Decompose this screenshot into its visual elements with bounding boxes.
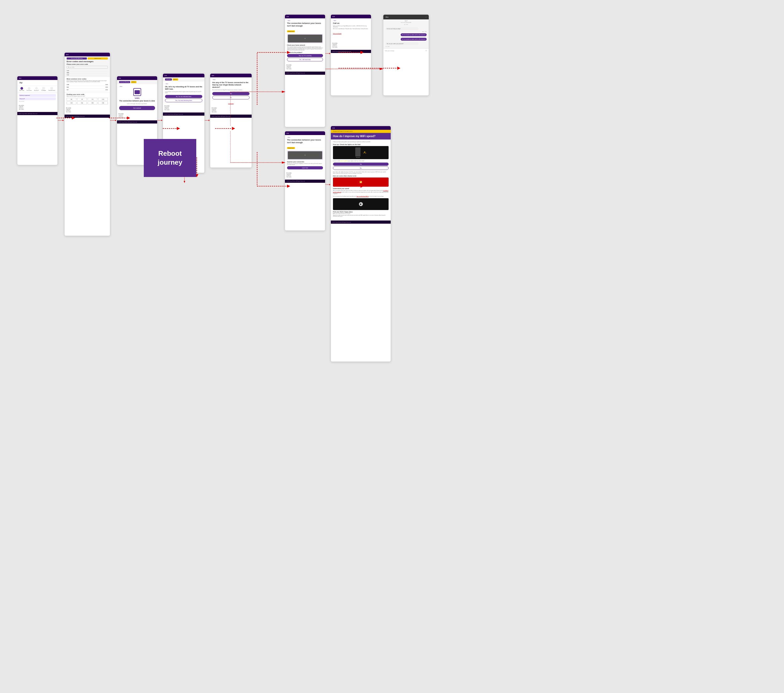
chat-status: You are now chatting with Alex (383, 21, 429, 24)
conn2-router-img: ⊡ (287, 151, 323, 160)
tv-screen-header: ⊞ ⊕ (17, 76, 58, 80)
arrow-conn1-to-call (326, 51, 330, 52)
connection-slow-2-screen: ⊞ ⊕ < Back The connection between your b… (285, 131, 325, 231)
svg-marker-20 (282, 91, 285, 93)
understand-speed-title: Understand your speed (333, 188, 389, 189)
error-screen-footer: ©2020 Virgin Media. All Rights Reserved. (64, 115, 110, 118)
common-errors-desc: Choose from our most common error codes … (67, 80, 108, 82)
error-table: V400C350 W02C355 S07C265 (67, 84, 108, 91)
conn1-no-button[interactable]: No, I still need help (287, 57, 323, 61)
svg-marker-13 (63, 120, 64, 121)
tv-screen-title: TV (17, 80, 58, 86)
call-title: Call us (333, 22, 369, 25)
wifi-yellow-banner: Recognise this? Today's TV is brought to… (331, 130, 391, 133)
wifi-hub-desc: Is there a solid white or yellow power l… (333, 160, 389, 161)
svg-marker-15 (115, 120, 116, 121)
conn1-footer-links: Accessibility Legal stuff Contact us Sit… (285, 64, 325, 71)
error-search-box[interactable]: 🔍 e.g. V401 (67, 66, 108, 69)
setup-tv-item[interactable]: Set up my TV (34, 87, 39, 91)
reboot-desc: It sounds basic, but turning them off an… (165, 91, 202, 94)
v401-header: ⊞ ⊕ (117, 76, 157, 80)
conn1-screen-footer: ©2020 Virgin Media. All Rights Reserved. (285, 72, 325, 75)
hub-video-thumb[interactable]: ▶ (333, 198, 389, 210)
network-title: Are any of the TV boxes connected to the… (212, 81, 250, 89)
v401-screen-footer: ©2020 Virgin Media. All Rights Reserved. (117, 120, 157, 123)
tried-rebooting-button[interactable]: Yes, I've tried rebooting them (165, 99, 202, 102)
call-header: ⊞ ⊕ (331, 15, 371, 18)
network-header: ⊞ ⊕ (210, 74, 252, 77)
error-header: ⊞ ⊕ (64, 53, 110, 56)
fix-tv-item[interactable]: Fix a TV issue (26, 87, 31, 91)
conn2-section-desc: Because your TV boxes are struggling to … (287, 163, 323, 165)
find-error-desc: What is the first character of your erro… (67, 96, 108, 97)
tv-nav: My TV Guide Fix a TV issue Set up my TV … (17, 86, 58, 92)
arrow-conn2-to-wifi (326, 182, 330, 183)
broadband-speeds-link[interactable]: broadband speeds explained (333, 190, 388, 193)
wifi-yes-button[interactable]: Yes (333, 163, 389, 166)
wifi-no-button[interactable]: No (333, 166, 389, 170)
v401-code: V401 (119, 97, 155, 99)
call-footer-links: Accessibility Legal stuff Contact us Sit… (331, 42, 371, 49)
error-codes-title: Error codes and messages (67, 60, 108, 62)
call-hours: We're here to help Monday to Friday 8am-… (333, 28, 369, 30)
understand-speed-desc: We've put together all the facts, figure… (333, 190, 389, 195)
arrow-reboot-to-network (205, 117, 210, 119)
conn1-section-desc: The connection between your boxes isn't … (287, 46, 323, 51)
arrow-v401-to-reboot (158, 117, 162, 119)
svg-marker-17 (161, 120, 162, 121)
hub-signals: Signals from today, monitors and cordles… (333, 215, 389, 217)
conn2-learn-button[interactable]: Learn how (287, 166, 323, 169)
connection-slow-1-screen: ⊞ ⊕ < Back The connection between your b… (285, 15, 325, 127)
v401-footer-links: Accessibility Legal stuff Contact us Sit… (117, 112, 157, 119)
svg-marker-26 (329, 184, 330, 186)
arrow-error-to-v401 (110, 117, 116, 119)
get-started-button[interactable]: Get started (119, 106, 155, 110)
wifi-intro: Follow our step-by-step guide to get you… (333, 141, 389, 142)
wifi-section2: If you have other lights showing on the … (333, 171, 389, 174)
wifi-img: 📶 (333, 177, 389, 187)
arrow-tv-to-error (58, 117, 64, 118)
reboot-journey-label: Reboot journey (144, 139, 196, 177)
wifi-title: How do I improve my WiFi speed? (333, 135, 389, 138)
chat-msg4: Ok, can you confirm your postcode? (385, 42, 418, 45)
call-guide-link[interactable]: Visit our call guide (333, 33, 341, 34)
reboot-header: ⊞ ⊕ (163, 74, 204, 77)
conn2-badge: Speed issue (287, 147, 295, 149)
chat-input-area[interactable]: ✉ (383, 48, 429, 53)
find-hub-title: Find your Hub's happy place (333, 211, 389, 213)
svg-marker-19 (209, 120, 210, 121)
conn1-badge: Speed issue (287, 30, 295, 32)
arrow-network-to-conn1 (231, 89, 285, 130)
create-content-item[interactable]: Create with content (48, 87, 55, 91)
chat-date: July 27 (383, 20, 429, 21)
wifi-section1-title: First up: Check the lights on the Hub (333, 144, 389, 145)
reboot-title: Ok, let's try rebooting all TV boxes and… (165, 85, 202, 90)
reboot-screen-footer: ©2020 Virgin Media. All Rights Reserved. (163, 112, 204, 116)
arrow-conn1-to-chat (326, 66, 383, 72)
chat-time2: Alex - 10:55 (385, 31, 427, 32)
reboot-footer-links: Accessibility Legal stuff Contact us Sit… (163, 104, 204, 112)
chat-input[interactable] (385, 50, 425, 51)
svg-marker-23 (329, 53, 330, 54)
my-tv-guide-item[interactable]: My TV Guide (20, 87, 24, 91)
wifi-screen-footer: ©2020 Virgin Media. All Rights Reserved. (331, 220, 391, 224)
call-desc: Call us on 150 from your Virgin Media ph… (333, 25, 369, 28)
chat-screen: Alex ··· July 27 You are now chatting wi… (383, 15, 429, 96)
conn1-section-title: Check your home network (287, 44, 323, 46)
chat-send-icon[interactable]: ✉ (425, 49, 427, 52)
chat-messages: Hi, how can I help you today? Alex - 10:… (383, 26, 429, 48)
chat-msg3: Hi, I've checked my cables and I'm still… (401, 38, 427, 41)
tv-screen: ⊞ ⊕ TV My TV Guide Fix a TV issue Set up… (17, 76, 58, 165)
wifi-other-checks: Here are some other checks to do: (333, 175, 389, 177)
chat-msg2: Hi, I've checked my cables and I'm still… (401, 33, 427, 36)
not-rebooted-button[interactable]: No, I've not rebooted them (165, 95, 202, 98)
conn1-yes-button[interactable]: Yep, my TV is working (287, 54, 323, 57)
hub-image: Power light WiFi light (333, 146, 389, 159)
tv-screen-footer: ©2020 Virgin Media. All Rights Reserved. (17, 112, 58, 115)
wifi-speed-screen: ⊞ ⊕ Recognise this? Today's TV is brough… (331, 126, 391, 362)
char-grid: A-f J-8 S-9 V-10 C10 C9e C9d C3d (67, 98, 108, 104)
sign-in-link[interactable]: Sign in to My Virgin Media (357, 195, 369, 197)
tv-promo: My delivery or appointment Set up my TV … (17, 93, 58, 104)
tv-packages-item[interactable]: TV Packages (41, 87, 46, 91)
conn2-screen-footer: ©2020 Virgin Media. All Rights Reserved. (285, 180, 325, 183)
